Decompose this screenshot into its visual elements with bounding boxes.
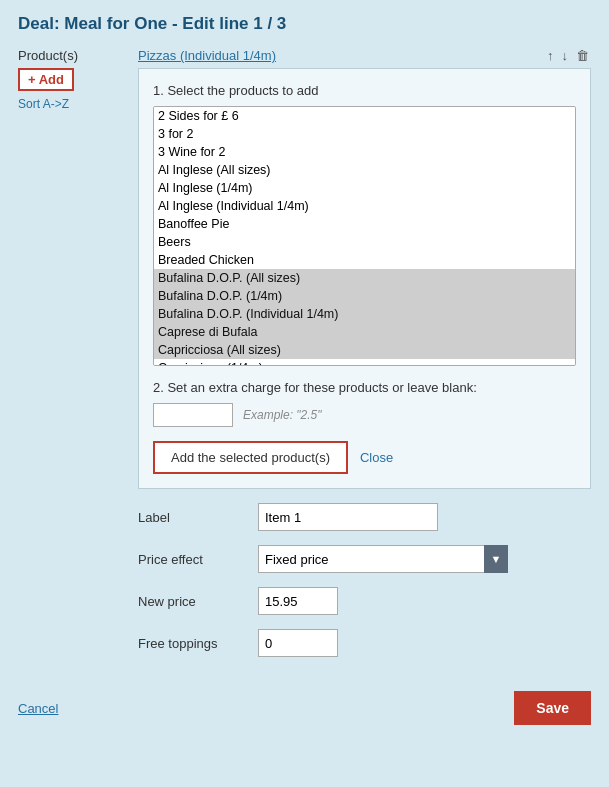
charge-input[interactable] [153, 403, 233, 427]
step1-label: 1. Select the products to add [153, 83, 576, 98]
header-icons: ↑ ↓ 🗑 [545, 48, 591, 63]
label-row: Label [138, 503, 591, 531]
pizzas-label[interactable]: Pizzas (Individual 1/4m) [138, 48, 276, 63]
pizzas-header: Pizzas (Individual 1/4m) ↑ ↓ 🗑 [138, 48, 591, 63]
left-panel: Product(s) + Add Sort A->Z [18, 48, 128, 671]
charge-input-row: Example: "2.5" [153, 403, 576, 427]
new-price-input[interactable] [258, 587, 338, 615]
charge-row: 2. Set an extra charge for these product… [153, 380, 576, 427]
new-price-row: New price [138, 587, 591, 615]
form-section: Label Price effect Fixed pricePrice addi… [138, 503, 591, 657]
main-layout: Product(s) + Add Sort A->Z Pizzas (Indiv… [18, 48, 591, 671]
sort-link[interactable]: Sort A->Z [18, 97, 128, 111]
action-row: Add the selected product(s) Close [153, 441, 576, 474]
price-effect-row: Price effect Fixed pricePrice additionNo… [138, 545, 591, 573]
move-down-icon[interactable]: ↓ [560, 48, 571, 63]
product-box: 1. Select the products to add 2 Sides fo… [138, 68, 591, 489]
page-title: Deal: Meal for One - Edit line 1 / 3 [18, 14, 591, 34]
product-list[interactable]: 2 Sides for £ 63 for 23 Wine for 2Al Ing… [153, 106, 576, 366]
label-input[interactable] [258, 503, 438, 531]
bottom-row: Cancel Save [18, 691, 591, 725]
page-container: Deal: Meal for One - Edit line 1 / 3 Pro… [0, 0, 609, 787]
products-label: Product(s) [18, 48, 128, 63]
move-up-icon[interactable]: ↑ [545, 48, 556, 63]
free-toppings-input[interactable] [258, 629, 338, 657]
right-panel: Pizzas (Individual 1/4m) ↑ ↓ 🗑 1. Select… [138, 48, 591, 671]
price-effect-select[interactable]: Fixed pricePrice additionNo effect [258, 545, 508, 573]
add-products-button[interactable]: Add the selected product(s) [153, 441, 348, 474]
charge-example: Example: "2.5" [243, 408, 322, 422]
free-toppings-label: Free toppings [138, 636, 258, 651]
label-field-label: Label [138, 510, 258, 525]
free-toppings-row: Free toppings [138, 629, 591, 657]
delete-icon[interactable]: 🗑 [574, 48, 591, 63]
new-price-label: New price [138, 594, 258, 609]
save-button[interactable]: Save [514, 691, 591, 725]
price-effect-select-container: Fixed pricePrice additionNo effect ▼ [258, 545, 508, 573]
price-effect-label: Price effect [138, 552, 258, 567]
step2-label: 2. Set an extra charge for these product… [153, 380, 576, 395]
cancel-link[interactable]: Cancel [18, 701, 58, 716]
add-button[interactable]: + Add [18, 68, 74, 91]
close-link[interactable]: Close [360, 450, 393, 465]
